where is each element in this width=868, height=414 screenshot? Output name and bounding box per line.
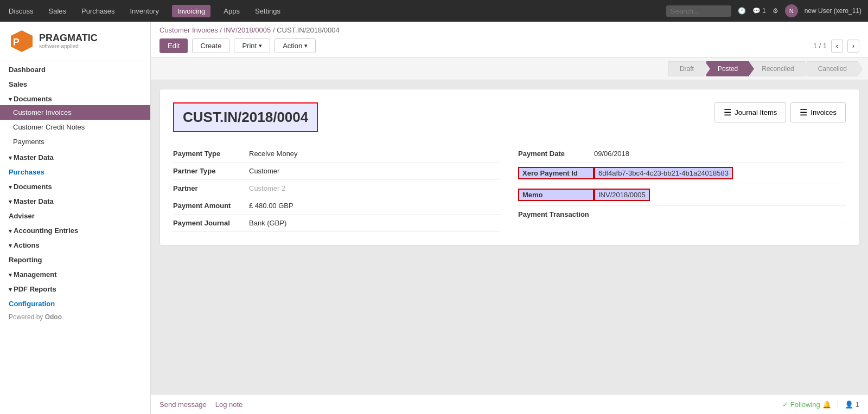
follower-count: 👤 1 [845,400,859,409]
chat-icon: 💬 1 [752,7,766,15]
breadcrumb-inv[interactable]: INV/2018/0005 [224,26,271,34]
sidebar-section-documents-sales[interactable]: Documents [0,90,150,105]
field-partner: Partner Customer 2 [173,180,501,197]
document-card: CUST.IN/2018/0004 ☰ Journal Items ☰ Invo… [159,89,859,245]
nav-sales[interactable]: Sales [47,7,69,15]
toolbar: Edit Create Print Action 1 / 1 ‹ › [159,38,859,53]
sidebar-logo: P PRAGMATIC software applied [0,22,150,61]
print-button[interactable]: Print [234,38,270,53]
field-partner-type-value: Customer [249,167,279,175]
field-payment-amount-value: £ 480.00 GBP [249,202,293,210]
top-nav-right: 🕐 💬 1 ⚙ N new User (xero_11) [666,4,861,17]
field-xero-payment-id-label: Xero Payment Id [518,167,594,179]
create-button[interactable]: Create [192,38,229,53]
nav-settings[interactable]: Settings [253,7,283,15]
sidebar: P PRAGMATIC software applied Dashboard S… [0,22,151,414]
field-xero-payment-id: Xero Payment Id 6df4afb7-3bc4-4c23-bb21-… [518,163,846,184]
field-partner-value[interactable]: Customer 2 [249,184,285,192]
journal-items-icon: ☰ [724,107,731,118]
content-header: Customer Invoices / INV/2018/0005 / CUST… [151,22,868,58]
logo-subtext: software applied [39,43,98,49]
invoices-icon: ☰ [800,107,807,118]
nav-discuss[interactable]: Discuss [7,7,36,15]
content-area: Customer Invoices / INV/2018/0005 / CUST… [151,22,868,414]
logo-text: PRAGMATIC [39,33,98,44]
field-memo-value: INV/2018/0005 [594,189,650,201]
status-bar: Draft Posted Reconciled Cancelled [151,58,868,80]
top-navigation: Discuss Sales Purchases Inventory Invoic… [0,0,868,22]
sidebar-section-master-data-purchases[interactable]: Master Data [0,193,150,208]
journal-items-label: Journal Items [735,108,777,117]
sidebar-section-adviser: Adviser [0,208,150,222]
field-payment-type-value: Receive Money [249,150,298,158]
field-payment-amount: Payment Amount £ 480.00 GBP [173,197,501,215]
sidebar-item-payments[interactable]: Payments [0,134,150,149]
next-record-button[interactable]: › [847,40,859,53]
sidebar-section-master-data-sales[interactable]: Master Data [0,149,150,164]
action-button[interactable]: Action [275,38,316,53]
sidebar-item-customer-credit-notes[interactable]: Customer Credit Notes [0,120,150,134]
nav-invoicing[interactable]: Invoicing [172,5,210,17]
nav-apps[interactable]: Apps [221,7,242,15]
log-note-button[interactable]: Log note [215,400,243,409]
bottom-bar: Send message Log note ✓ Following 🔔 👤 1 [151,394,868,414]
invoices-button[interactable]: ☰ Invoices [790,102,846,122]
global-search-input[interactable] [666,5,731,17]
person-icon: 👤 [845,400,853,409]
field-payment-amount-label: Payment Amount [173,202,249,210]
journal-items-button[interactable]: ☰ Journal Items [714,102,786,122]
sidebar-section-actions[interactable]: Actions [0,237,150,251]
sidebar-item-customer-invoices[interactable]: Customer Invoices [0,105,150,120]
status-posted[interactable]: Posted [706,61,749,76]
prev-record-button[interactable]: ‹ [831,40,843,53]
edit-button[interactable]: Edit [159,38,188,53]
field-payment-type: Payment Type Receive Money [173,145,501,163]
nav-purchases[interactable]: Purchases [79,7,117,15]
field-xero-payment-id-value: 6df4afb7-3bc4-4c23-bb21-4b1a24018583 [594,167,733,179]
fields-left: Payment Type Receive Money Partner Type … [173,145,501,232]
document-buttons: ☰ Journal Items ☰ Invoices [714,102,846,122]
invoices-label: Invoices [810,108,837,117]
sidebar-section-pdf-reports[interactable]: PDF Reports [0,281,150,295]
field-memo-label: Memo [518,189,594,201]
user-name: new User (xero_11) [805,7,861,15]
avatar[interactable]: N [785,4,798,17]
field-payment-transaction: Payment Transaction [518,206,846,223]
sidebar-section-management[interactable]: Management [0,266,150,281]
field-payment-journal-value: Bank (GBP) [249,219,286,227]
sidebar-section-documents-purchases[interactable]: Documents [0,178,150,193]
logo-icon: P [9,28,35,54]
sidebar-section-sales: Sales [0,76,150,90]
field-payment-date: Payment Date 09/06/2018 [518,145,846,163]
sidebar-section-accounting-entries[interactable]: Accounting Entries [0,222,150,237]
breadcrumb-separator-1: / [220,26,224,34]
following-badge[interactable]: ✓ Following 🔔 [782,400,831,409]
toolbar-right: 1 / 1 ‹ › [813,40,859,53]
field-payment-date-label: Payment Date [518,150,594,158]
nav-inventory[interactable]: Inventory [127,7,161,15]
status-draft[interactable]: Draft [668,61,705,76]
breadcrumb-customer-invoices[interactable]: Customer Invoices [159,26,218,34]
field-payment-journal: Payment Journal Bank (GBP) [173,215,501,232]
sidebar-section-purchases: Purchases [0,164,150,178]
document-title: CUST.IN/2018/0004 [183,109,308,126]
breadcrumb-current: CUST.IN/2018/0004 [277,26,340,34]
status-cancelled[interactable]: Cancelled [807,61,858,76]
follower-number: 1 [856,400,859,409]
bottom-bar-right: ✓ Following 🔔 👤 1 [782,400,859,409]
status-reconciled[interactable]: Reconciled [750,61,805,76]
document-title-box: CUST.IN/2018/0004 [173,102,318,132]
checkmark-icon: ✓ [782,400,788,409]
field-payment-journal-label: Payment Journal [173,219,249,227]
field-memo: Memo INV/2018/0005 [518,184,846,206]
fields-grid: Payment Type Receive Money Partner Type … [173,145,846,232]
fields-right: Payment Date 09/06/2018 Xero Payment Id … [518,145,846,232]
sidebar-section-dashboard[interactable]: Dashboard [0,61,150,76]
main-layout: P PRAGMATIC software applied Dashboard S… [0,22,868,414]
sidebar-section-configuration: Configuration [0,295,150,310]
svg-text:P: P [13,37,20,48]
breadcrumb: Customer Invoices / INV/2018/0005 / CUST… [159,26,859,34]
field-payment-transaction-label: Payment Transaction [518,210,594,218]
following-label: Following [790,400,820,409]
send-message-button[interactable]: Send message [159,400,207,409]
